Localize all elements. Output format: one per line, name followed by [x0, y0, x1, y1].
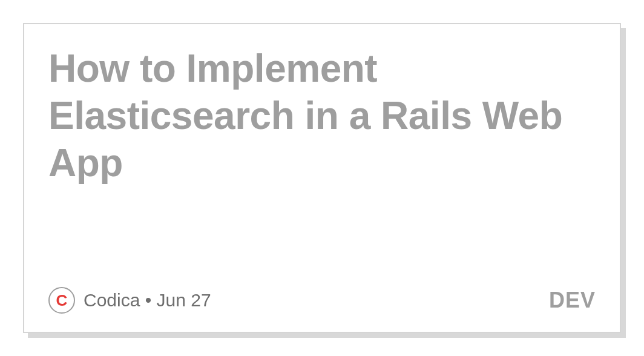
author-name: Codica — [84, 290, 140, 310]
article-card: How to Implement Elasticsearch in a Rail… — [23, 23, 621, 333]
social-card-wrapper: How to Implement Elasticsearch in a Rail… — [23, 23, 621, 333]
dev-logo: DEV — [549, 288, 596, 313]
author-avatar: C — [48, 287, 75, 314]
meta-separator: • — [140, 290, 156, 310]
article-title: How to Implement Elasticsearch in a Rail… — [48, 45, 596, 186]
publish-date: Jun 27 — [157, 290, 211, 310]
avatar-letter-icon: C — [56, 291, 68, 310]
author-meta: Codica • Jun 27 — [84, 290, 211, 311]
card-footer: C Codica • Jun 27 DEV — [48, 287, 596, 314]
author-section: C Codica • Jun 27 — [48, 287, 211, 314]
